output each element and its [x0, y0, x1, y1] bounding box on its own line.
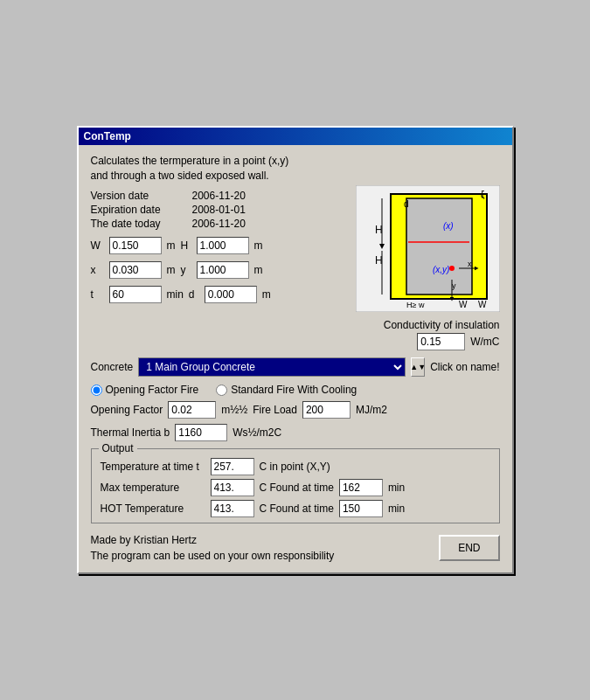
description: Calculates the termperature in a point (… — [91, 154, 500, 184]
opening-fire-row: Opening Factor m½½ Fire Load MJ/m2 — [91, 401, 500, 419]
wh-row: W m H m — [91, 237, 347, 254]
svg-text:y: y — [452, 281, 456, 290]
diagram: H H d (x) (x,y) H≥ w — [356, 185, 500, 312]
credits-text: Made by Kristian Hertz The program can b… — [91, 532, 335, 564]
temp-value — [211, 458, 254, 475]
svg-rect-2 — [406, 198, 472, 295]
today-row: The date today 2006-11-20 — [91, 218, 347, 230]
opening-factor-input[interactable] — [168, 401, 216, 419]
output-group: Output Temperature at time t C in point … — [91, 448, 500, 523]
concrete-select[interactable]: 1 Main Group Concrete — [138, 357, 406, 377]
fire-load-input[interactable] — [302, 401, 351, 419]
hot-value — [211, 500, 254, 517]
x-input[interactable] — [109, 261, 162, 279]
d-input[interactable] — [205, 286, 257, 303]
standard-fire-radio[interactable]: Standard Fire With Cooling — [216, 384, 357, 396]
fire-type-row: Opening Factor Fire Standard Fire With C… — [91, 384, 500, 396]
expiration-row: Expiration date 2008-01-01 — [91, 204, 347, 216]
svg-text:(x): (x) — [443, 221, 454, 231]
svg-text:x: x — [468, 260, 472, 268]
temp-at-time-row: Temperature at time t C in point (X,Y) — [101, 458, 490, 475]
thermal-row: Thermal Inertia b Ws½/m2C — [91, 424, 500, 441]
svg-text:(x,y): (x,y) — [433, 265, 449, 274]
max-time-value — [339, 479, 383, 496]
svg-text:H≥ w: H≥ w — [406, 301, 425, 309]
svg-text:H: H — [375, 224, 383, 236]
conductivity-row: Conductivity of insulation — [91, 319, 500, 331]
t-input[interactable] — [109, 286, 162, 303]
W-input[interactable] — [109, 237, 162, 254]
svg-text:W: W — [459, 300, 468, 309]
td-row: t min d m — [91, 286, 347, 303]
svg-text:d: d — [404, 199, 409, 209]
svg-text:W: W — [478, 300, 487, 309]
conductivity-input[interactable] — [417, 333, 465, 350]
thermal-input[interactable] — [175, 424, 227, 441]
concrete-row: Concrete 1 Main Group Concrete ▲▼ Click … — [91, 357, 500, 377]
hot-temp-row: HOT Temperature C Found at time min — [101, 500, 490, 517]
H-input[interactable] — [197, 237, 249, 254]
hot-time-value — [339, 500, 383, 517]
opening-factor-fire-radio[interactable]: Opening Factor Fire — [91, 384, 199, 396]
title-bar: ConTemp — [79, 128, 512, 145]
svg-text:H: H — [375, 254, 383, 267]
y-input[interactable] — [197, 261, 249, 279]
version-row: Version date 2006-11-20 — [91, 190, 347, 202]
main-window: ConTemp Calculates the termperature in a… — [77, 126, 514, 575]
max-temp-row: Max temperature C Found at time min — [101, 479, 490, 496]
end-button[interactable]: END — [439, 535, 499, 561]
max-value — [211, 479, 254, 496]
svg-point-9 — [449, 266, 455, 271]
concrete-spin[interactable]: ▲▼ — [411, 357, 425, 377]
window-title: ConTemp — [84, 130, 131, 142]
bottom-section: Made by Kristian Hertz The program can b… — [91, 532, 500, 564]
xy-row: x m y m — [91, 261, 347, 279]
